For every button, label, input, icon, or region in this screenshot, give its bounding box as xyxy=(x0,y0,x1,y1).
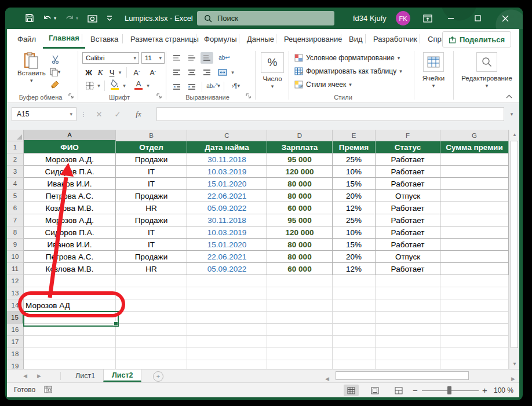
tab-home[interactable]: Главная xyxy=(43,29,85,49)
undo-button[interactable]: ▾ xyxy=(39,10,60,25)
cell-C3[interactable]: 10.03.2019 xyxy=(187,166,267,178)
cell-G6[interactable] xyxy=(440,202,509,214)
font-size-select[interactable]: 11▾ xyxy=(141,52,165,64)
cell-E4[interactable]: 15% xyxy=(333,178,376,190)
tab-insert[interactable]: Вставка xyxy=(85,29,124,49)
tab-page-layout[interactable]: Разметка страницы xyxy=(125,29,205,49)
number-format-button[interactable]: % Число ▾ xyxy=(260,52,285,89)
cell-G5[interactable] xyxy=(440,190,509,202)
cell-F15[interactable] xyxy=(376,312,440,324)
cell-D1[interactable]: Зарплата xyxy=(267,141,333,153)
cell-C15[interactable] xyxy=(187,312,267,324)
new-sheet-button[interactable]: + xyxy=(153,371,163,382)
tab-formulas[interactable]: Формулы xyxy=(198,29,243,49)
cell-B13[interactable] xyxy=(116,287,187,299)
align-bottom-button[interactable] xyxy=(201,52,213,64)
row-header-6[interactable]: 6 xyxy=(7,202,24,214)
font-name-select[interactable]: Calibri▾ xyxy=(82,52,139,64)
column-header-A[interactable]: A xyxy=(24,130,116,141)
cell-C18[interactable] xyxy=(187,348,267,360)
formula-input[interactable] xyxy=(156,107,504,121)
text-direction-button[interactable]: ›¶▾ xyxy=(227,80,245,92)
cell-F19[interactable] xyxy=(376,360,440,369)
cell-F18[interactable] xyxy=(376,348,440,360)
ribbon-display-options-button[interactable] xyxy=(418,8,438,29)
cell-G4[interactable] xyxy=(440,178,509,190)
fill-color-dropdown[interactable]: ▾ xyxy=(121,80,127,92)
cell-F8[interactable]: Работает xyxy=(376,226,440,239)
cell-A7[interactable]: Морозов А.Д. xyxy=(24,214,116,226)
cell-B12[interactable] xyxy=(116,275,187,287)
row-header-12[interactable]: 12 xyxy=(7,275,24,287)
cell-D15[interactable] xyxy=(267,312,333,324)
vertical-scroll-thumb[interactable] xyxy=(511,141,518,348)
align-middle-button[interactable] xyxy=(185,52,198,64)
copy-button[interactable]: ▾ xyxy=(45,66,65,78)
cell-D5[interactable]: 80 000 xyxy=(267,190,333,202)
cell-G14[interactable] xyxy=(440,299,509,312)
cell-B14[interactable] xyxy=(116,299,187,312)
cell-E6[interactable]: 12% xyxy=(333,202,376,214)
row-header-16[interactable]: 16 xyxy=(7,324,24,336)
cell-B4[interactable]: IT xyxy=(116,178,187,190)
cell-E1[interactable]: Премия xyxy=(333,141,376,153)
cell-E11[interactable]: 12% xyxy=(333,263,376,275)
cell-F7[interactable]: Работает xyxy=(376,214,440,226)
clipboard-dialog-launcher[interactable] xyxy=(68,93,75,100)
cell-F14[interactable] xyxy=(376,299,440,312)
cell-D13[interactable] xyxy=(267,287,333,299)
paste-button[interactable]: Вставить ▾ xyxy=(17,52,46,83)
cell-G13[interactable] xyxy=(440,287,509,299)
cell-B19[interactable] xyxy=(116,360,187,369)
cell-A3[interactable]: Сидоров П.А. xyxy=(24,166,116,178)
cell-A6[interactable]: Козлова М.В. xyxy=(24,202,116,214)
cell-F4[interactable]: Работает xyxy=(376,178,440,190)
name-box[interactable]: A15 ▾ xyxy=(12,107,76,121)
cell-E12[interactable] xyxy=(333,275,376,287)
confirm-entry-button[interactable]: ✓ xyxy=(110,107,125,121)
row-header-5[interactable]: 5 xyxy=(7,190,24,202)
cell-G8[interactable] xyxy=(440,226,509,239)
cell-G15[interactable] xyxy=(440,312,509,324)
view-normal-button[interactable] xyxy=(344,385,359,396)
cell-D18[interactable] xyxy=(267,348,333,360)
column-header-F[interactable]: F xyxy=(376,130,440,141)
cell-C14[interactable] xyxy=(187,299,267,312)
cell-C16[interactable] xyxy=(187,324,267,336)
cell-E17[interactable] xyxy=(333,336,376,348)
cell-D2[interactable]: 95 000 xyxy=(267,153,333,166)
cell-D10[interactable]: 80 000 xyxy=(267,251,333,263)
avatar[interactable]: FK xyxy=(396,11,410,25)
cell-G11[interactable] xyxy=(440,263,509,275)
cell-B10[interactable]: Продажи xyxy=(116,251,187,263)
cell-B15[interactable] xyxy=(116,312,187,324)
zoom-slider-thumb[interactable] xyxy=(447,386,451,394)
cell-G3[interactable] xyxy=(440,166,509,178)
align-left-button[interactable] xyxy=(170,67,183,78)
cell-C5[interactable]: 22.06.2021 xyxy=(187,190,267,202)
camera-button[interactable] xyxy=(84,10,100,25)
expand-formula-bar-button[interactable]: ▾ xyxy=(507,107,517,121)
macro-record-button[interactable] xyxy=(44,386,52,393)
cell-C9[interactable]: 15.01.2020 xyxy=(187,239,267,251)
cell-D6[interactable]: 60 000 xyxy=(267,202,333,214)
cell-E15[interactable] xyxy=(333,312,376,324)
zoom-in-button[interactable]: + xyxy=(482,385,487,395)
cell-A12[interactable] xyxy=(24,275,116,287)
cell-A9[interactable]: Иванов И.И. xyxy=(24,239,116,251)
align-top-button[interactable] xyxy=(170,52,183,64)
cell-G18[interactable] xyxy=(440,348,509,360)
cell-E8[interactable]: 10% xyxy=(333,226,376,239)
sheet-nav-prev[interactable]: ◀ xyxy=(23,370,27,382)
cell-B6[interactable]: HR xyxy=(116,202,187,214)
insert-function-button[interactable]: fx xyxy=(130,107,147,121)
save-button[interactable] xyxy=(21,10,38,25)
horizontal-scroll-thumb[interactable] xyxy=(336,371,469,380)
cell-C13[interactable] xyxy=(187,287,267,299)
cell-B3[interactable]: IT xyxy=(116,166,187,178)
cell-D8[interactable]: 120 000 xyxy=(267,226,333,239)
merge-center-button[interactable] xyxy=(216,67,229,78)
cell-E3[interactable]: 10% xyxy=(333,166,376,178)
share-button[interactable]: Поделиться xyxy=(442,31,511,47)
select-all-corner[interactable] xyxy=(7,130,24,141)
